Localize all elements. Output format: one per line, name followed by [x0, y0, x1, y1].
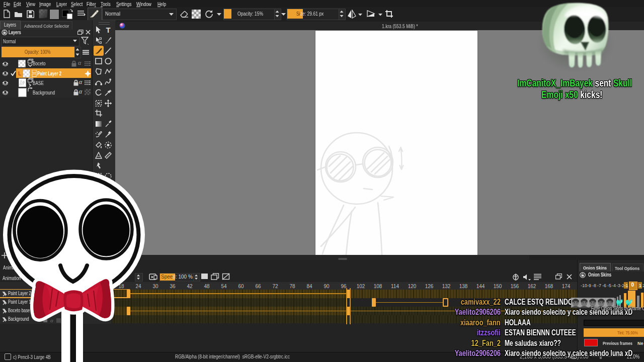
svg-text:T: T [106, 26, 110, 34]
